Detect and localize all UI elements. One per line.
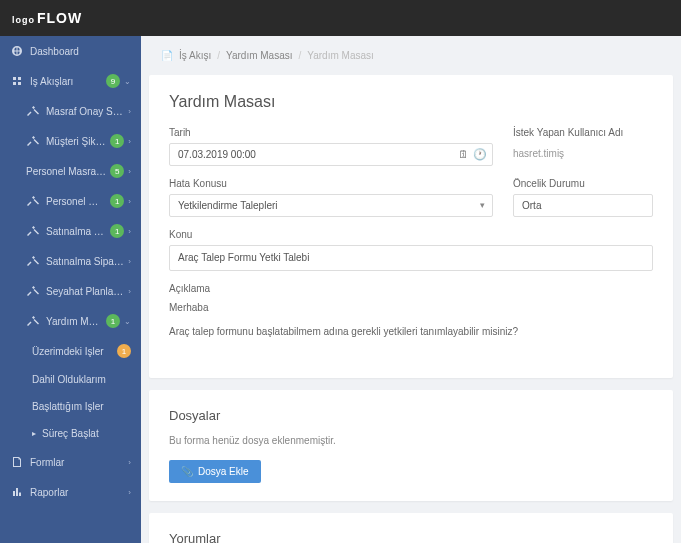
- tarih-label: Tarih: [169, 127, 493, 138]
- sidebar-item-musteri-sikayet[interactable]: Müşteri Şikayet Süreci 1 ›: [0, 126, 141, 156]
- tools-icon: [26, 194, 40, 208]
- sidebar-item-satinalma-siparis[interactable]: Satınalma Sipariş ›: [0, 246, 141, 276]
- sidebar-sub-surec-baslat[interactable]: Süreç Başlat: [0, 420, 141, 447]
- calendar-icon[interactable]: 🗓: [458, 148, 469, 161]
- comments-card: Yorumlar Bu forma henüz yorum eklenmemiş…: [149, 513, 673, 543]
- sidebar-item-label: Masraf Onay Süreci: [46, 106, 124, 117]
- sidebar-sub-dahil[interactable]: Dahil Olduklarım: [0, 366, 141, 393]
- chevron-right-icon: ›: [128, 257, 131, 266]
- files-title: Dosyalar: [169, 408, 653, 423]
- comments-title: Yorumlar: [169, 531, 653, 543]
- tools-icon: [26, 314, 40, 328]
- sidebar-item-personel-masraf-2[interactable]: Personel Masraf Formu 1 ›: [0, 186, 141, 216]
- chevron-right-icon: ›: [128, 197, 131, 206]
- sidebar-item-yardim-masasi[interactable]: Yardım Masası 1 ⌄: [0, 306, 141, 336]
- topbar: logoFLOW: [0, 0, 681, 36]
- main-content: 📄 İş Akışı / Yardım Masası / Yardım Masa…: [141, 36, 681, 543]
- chevron-right-icon: ›: [128, 458, 131, 467]
- sidebar-item-label: Personel Masraf Formu: [26, 166, 106, 177]
- breadcrumb: 📄 İş Akışı / Yardım Masası / Yardım Masa…: [141, 36, 681, 75]
- tools-icon: [26, 224, 40, 238]
- hata-select[interactable]: [169, 194, 493, 217]
- button-label: Dosya Ekle: [198, 466, 249, 477]
- files-empty-msg: Bu forma henüz dosya eklenmemiştir.: [169, 435, 653, 446]
- badge: 1: [106, 314, 120, 328]
- chevron-right-icon: ›: [128, 227, 131, 236]
- chevron-right-icon: ›: [128, 107, 131, 116]
- sidebar-item-label: İş Akışları: [30, 76, 102, 87]
- tarih-input[interactable]: [169, 143, 493, 166]
- reports-icon: [10, 485, 24, 499]
- files-card: Dosyalar Bu forma henüz dosya eklenmemiş…: [149, 390, 673, 501]
- dashboard-icon: [10, 44, 24, 58]
- badge: 1: [117, 344, 131, 358]
- logo-name: FLOW: [37, 10, 82, 26]
- aciklama-line: Araç talep formunu başlatabilmem adına g…: [169, 324, 653, 340]
- breadcrumb-root[interactable]: İş Akışı: [179, 50, 211, 61]
- flow-icon: [10, 74, 24, 88]
- sidebar-item-label: Formlar: [30, 457, 124, 468]
- sidebar-item-label: Dashboard: [30, 46, 131, 57]
- hata-label: Hata Konusu: [169, 178, 493, 189]
- sidebar-item-label: Satınalma Sipariş: [46, 256, 124, 267]
- tools-icon: [26, 284, 40, 298]
- sidebar-raporlar[interactable]: Raporlar ›: [0, 477, 141, 507]
- sidebar-item-label: Dahil Olduklarım: [32, 374, 131, 385]
- badge: 5: [110, 164, 124, 178]
- form-card: Yardım Masası Tarih 🗓 🕐 İstek Yapan Kull…: [149, 75, 673, 378]
- sidebar-item-satinalma-onay[interactable]: Satınalma Sipariş Onayı 1 ›: [0, 216, 141, 246]
- breadcrumb-mid[interactable]: Yardım Masası: [226, 50, 293, 61]
- badge: 1: [110, 194, 124, 208]
- sidebar-item-label: Satınalma Sipariş Onayı: [46, 226, 106, 237]
- chevron-down-icon: ⌄: [124, 317, 131, 326]
- sidebar-item-label: Yardım Masası: [46, 316, 102, 327]
- sidebar-item-masraf-onay[interactable]: Masraf Onay Süreci ›: [0, 96, 141, 126]
- sidebar-item-label: Süreç Başlat: [42, 428, 131, 439]
- sidebar-is-akislari[interactable]: İş Akışları 9 ⌄: [0, 66, 141, 96]
- breadcrumb-separator: /: [217, 50, 220, 61]
- breadcrumb-current: Yardım Masası: [307, 50, 374, 61]
- sidebar-item-personel-masraf-1[interactable]: Personel Masraf Formu 5 ›: [0, 156, 141, 186]
- logo: logoFLOW: [12, 10, 82, 26]
- aciklama-label: Açıklama: [169, 283, 653, 294]
- konu-label: Konu: [169, 229, 653, 240]
- forms-icon: [10, 455, 24, 469]
- chevron-right-icon: ›: [128, 137, 131, 146]
- sidebar-sub-baslattigim[interactable]: Başlattığım İşler: [0, 393, 141, 420]
- oncelik-input[interactable]: [513, 194, 653, 217]
- konu-input[interactable]: Araç Talep Formu Yetki Talebi: [169, 245, 653, 271]
- chevron-right-icon: ›: [128, 287, 131, 296]
- istek-label: İstek Yapan Kullanıcı Adı: [513, 127, 653, 138]
- oncelik-label: Öncelik Durumu: [513, 178, 653, 189]
- add-file-button[interactable]: 📎 Dosya Ekle: [169, 460, 261, 483]
- badge: 1: [110, 224, 124, 238]
- chevron-right-icon: ›: [128, 488, 131, 497]
- sidebar: Dashboard İş Akışları 9 ⌄ Masraf Onay Sü…: [0, 36, 141, 543]
- sidebar-formlar[interactable]: Formlar ›: [0, 447, 141, 477]
- logo-prefix: logo: [12, 15, 35, 25]
- tools-icon: [26, 134, 40, 148]
- badge: 1: [110, 134, 124, 148]
- sidebar-item-label: Personel Masraf Formu: [46, 196, 106, 207]
- aciklama-line: Merhaba: [169, 300, 653, 316]
- aciklama-text: Merhaba Araç talep formunu başlatabilmem…: [169, 300, 653, 340]
- attach-icon: 📎: [181, 466, 193, 477]
- sidebar-item-label: Başlattığım İşler: [32, 401, 131, 412]
- page-title: Yardım Masası: [169, 93, 653, 111]
- clock-icon[interactable]: 🕐: [473, 148, 487, 161]
- tools-icon: [26, 104, 40, 118]
- sidebar-item-label: Raporlar: [30, 487, 124, 498]
- breadcrumb-separator: /: [299, 50, 302, 61]
- sidebar-dashboard[interactable]: Dashboard: [0, 36, 141, 66]
- chevron-down-icon: ⌄: [124, 77, 131, 86]
- sidebar-item-label: Seyahat Planlama: [46, 286, 124, 297]
- document-icon: 📄: [161, 50, 173, 61]
- sidebar-item-seyahat[interactable]: Seyahat Planlama ›: [0, 276, 141, 306]
- badge: 9: [106, 74, 120, 88]
- sidebar-item-label: Müşteri Şikayet Süreci: [46, 136, 106, 147]
- chevron-right-icon: ›: [128, 167, 131, 176]
- istek-value: hasret.timiş: [513, 143, 653, 164]
- tools-icon: [26, 254, 40, 268]
- sidebar-sub-uzerimdeki[interactable]: Üzerimdeki İşler 1: [0, 336, 141, 366]
- sidebar-item-label: Üzerimdeki İşler: [32, 346, 113, 357]
